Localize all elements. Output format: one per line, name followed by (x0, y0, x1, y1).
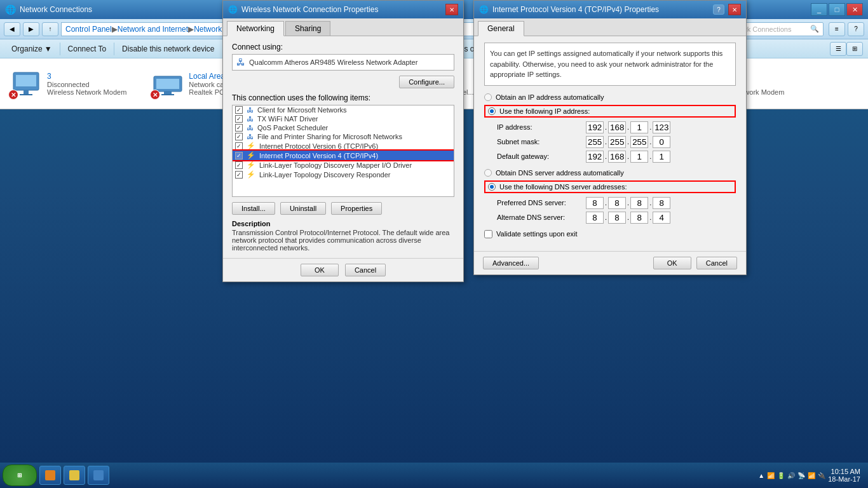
uninstall-button[interactable]: Uninstall (280, 202, 326, 215)
list-item-5[interactable]: ✓ ⚡ Internet Protocol Version 4 (TCP/IPv… (233, 151, 454, 160)
ip-fields: IP address: . . . Subnet mask: (497, 121, 736, 163)
subnet-seg-1[interactable] (586, 136, 604, 148)
wncp-ok-button[interactable]: OK (301, 264, 339, 276)
wncp-body: Connect using: 🖧 Qualcomm Atheros AR9485… (223, 36, 463, 258)
gw-seg-1[interactable] (586, 151, 604, 163)
gw-seg-4[interactable] (653, 151, 670, 163)
checkbox-5[interactable]: ✓ (235, 152, 243, 159)
configure-button[interactable]: Configure... (399, 76, 454, 88)
gateway-value: . . . (586, 151, 670, 163)
use-dns-radio[interactable] (488, 183, 496, 191)
tray-network-icon: 📶 (767, 472, 775, 479)
tray-wifi-icon: 📡 (797, 472, 805, 479)
taskbar-icon-app (93, 470, 104, 480)
list-item-1[interactable]: ✓ 🖧 TX WiFi NAT Driver (233, 114, 454, 123)
list-item-label-7: Link-Layer Topology Discovery Responder (259, 171, 390, 179)
list-item-0[interactable]: ✓ 🖧 Client for Microsoft Networks (233, 105, 454, 114)
list-item-label-5: Internet Protocol Version 4 (TCP/IPv4) (259, 152, 378, 159)
use-ip-radio[interactable] (488, 107, 496, 115)
list-item-3[interactable]: ✓ 🖧 File and Printer Sharing for Microso… (233, 132, 454, 141)
connect-using-label: Connect using: (232, 43, 454, 51)
subnet-seg-3[interactable] (630, 136, 648, 148)
gw-seg-2[interactable] (608, 151, 626, 163)
tab-general[interactable]: General (478, 21, 524, 36)
list-item-6[interactable]: ✓ ⚡ Link-Layer Topology Discovery Mapper… (233, 160, 454, 170)
alt-dns-seg-3[interactable] (630, 212, 648, 224)
tray-signal-icon: 📶 (808, 472, 815, 479)
ipv4-cancel-button[interactable]: Cancel (696, 257, 737, 269)
taskbar: ⊞ ▲ 📶 🔋 🔊 📡 📶 🔌 10:15 AM 18-Mar-17 (0, 463, 868, 488)
dns-fields: Preferred DNS server: . . . Alternate DN… (497, 197, 736, 224)
wncp-cancel-button[interactable]: Cancel (345, 264, 386, 276)
subnet-label: Subnet mask: (497, 138, 586, 146)
use-ip-row: Use the following IP address: (484, 105, 736, 118)
checkbox-7[interactable]: ✓ (235, 171, 243, 179)
pref-dns-seg-4[interactable] (653, 197, 670, 209)
ipv4-title-bar: 🌐 Internet Protocol Version 4 (TCP/IPv4)… (474, 1, 746, 18)
auto-dns-radio[interactable] (484, 169, 492, 177)
dialogs-area: 🌐 Wireless Network Connection Properties… (0, 0, 868, 463)
validate-row: Validate settings upon exit (484, 230, 736, 238)
ip-address-row: IP address: . . . (497, 121, 736, 133)
start-button[interactable]: ⊞ (3, 464, 37, 486)
checkbox-4[interactable]: ✓ (235, 142, 243, 150)
auto-dns-label: Obtain DNS server address automatically (496, 169, 624, 177)
wncp-tabs: Networking Sharing (223, 18, 463, 36)
items-list: ✓ 🖧 Client for Microsoft Networks ✓ 🖧 TX… (232, 105, 454, 197)
ip-seg-4[interactable] (653, 121, 670, 133)
ipv4-help-button[interactable]: ? (713, 4, 724, 15)
pref-dns-seg-3[interactable] (630, 197, 648, 209)
tray-volume-icon: 🔊 (787, 472, 795, 479)
pref-dns-seg-1[interactable] (586, 197, 604, 209)
ipv4-close-button[interactable]: ✕ (728, 4, 741, 15)
clock-time: 10:15 AM (831, 468, 860, 475)
checkbox-1[interactable]: ✓ (235, 115, 243, 123)
tray-arrow-icon[interactable]: ▲ (758, 472, 764, 479)
list-item-2[interactable]: ✓ 🖧 QoS Packet Scheduler (233, 123, 454, 132)
ip-address-value: . . . (586, 121, 670, 133)
gw-seg-3[interactable] (630, 151, 648, 163)
clock-area[interactable]: 10:15 AM 18-Mar-17 (828, 468, 860, 483)
pref-dns-value: . . . (586, 197, 670, 209)
subnet-row: Subnet mask: . . . (497, 136, 736, 148)
subnet-seg-2[interactable] (608, 136, 626, 148)
validate-checkbox[interactable] (484, 230, 492, 238)
advanced-button[interactable]: Advanced... (483, 257, 539, 269)
ip-seg-1[interactable] (586, 121, 604, 133)
pref-dns-seg-2[interactable] (608, 197, 626, 209)
taskbar-item-media[interactable] (39, 466, 61, 485)
alt-dns-seg-1[interactable] (586, 212, 604, 224)
wncp-title-bar: 🌐 Wireless Network Connection Properties… (223, 1, 463, 18)
checkbox-3[interactable]: ✓ (235, 133, 243, 140)
ip-seg-2[interactable] (608, 121, 626, 133)
taskbar-item-app[interactable] (88, 466, 109, 485)
alt-dns-seg-2[interactable] (608, 212, 626, 224)
list-item-7[interactable]: ✓ ⚡ Link-Layer Topology Discovery Respon… (233, 170, 454, 179)
checkbox-6[interactable]: ✓ (235, 161, 243, 169)
auto-ip-radio[interactable] (484, 93, 492, 101)
install-btn-row: Install... Uninstall Properties (232, 202, 454, 215)
alt-dns-seg-4[interactable] (653, 212, 670, 224)
wncp-close-button[interactable]: ✕ (445, 4, 458, 15)
subnet-seg-4[interactable] (653, 136, 670, 148)
alt-dns-value: . . . (586, 212, 670, 224)
checkbox-0[interactable]: ✓ (235, 106, 243, 114)
use-dns-label: Use the following DNS server addresses: (499, 183, 627, 191)
taskbar-item-folder[interactable] (64, 466, 85, 485)
list-item-4[interactable]: ✓ ⚡ Internet Protocol Version 6 (TCP/IPv… (233, 141, 454, 151)
wncp-dialog: 🌐 Wireless Network Connection Properties… (222, 0, 464, 282)
ipv4-title-text: Internet Protocol Version 4 (TCP/IPv4) P… (492, 5, 709, 14)
use-dns-row: Use the following DNS server addresses: (484, 180, 736, 193)
pref-dns-label: Preferred DNS server: (497, 199, 586, 207)
ipv4-ok-button[interactable]: OK (653, 257, 691, 269)
properties-button[interactable]: Properties (331, 202, 382, 215)
tab-networking[interactable]: Networking (227, 21, 284, 36)
ip-seg-3[interactable] (630, 121, 648, 133)
tab-sharing[interactable]: Sharing (285, 21, 330, 36)
list-item-label-4: Internet Protocol Version 6 (TCP/IPv6) (259, 142, 378, 150)
subnet-value: . . . (586, 136, 670, 148)
alt-dns-row: Alternate DNS server: . . . (497, 212, 736, 224)
install-button[interactable]: Install... (232, 202, 275, 215)
description-label: Description (232, 220, 454, 227)
checkbox-2[interactable]: ✓ (235, 124, 243, 132)
